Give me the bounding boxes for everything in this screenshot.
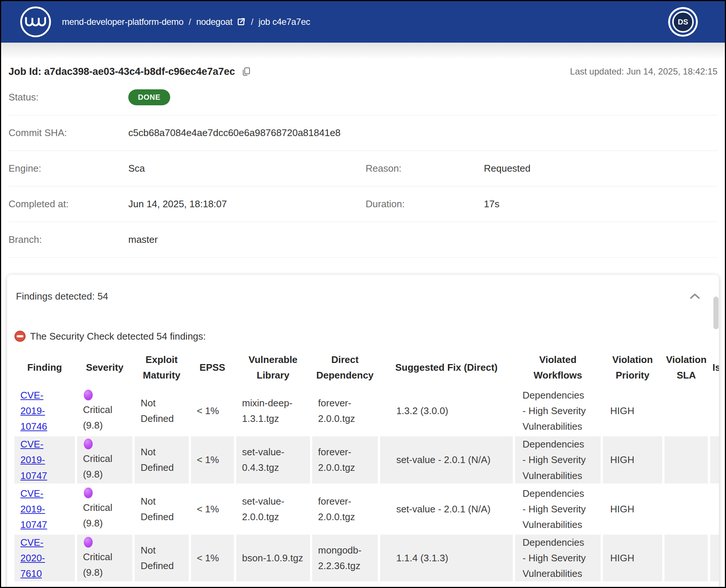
severity-label: Critical (9.8)	[83, 404, 112, 431]
violation-priority-cell: HIGH	[603, 387, 663, 434]
suggested-fix-cell: set-value - 2.0.1 (N/A)	[380, 436, 513, 483]
column-header-severity: Severity	[77, 350, 133, 385]
violation-sla-cell	[664, 436, 708, 483]
finding-link[interactable]: CVE-2020-7610	[20, 535, 49, 581]
column-header-suggested_fix: Suggested Fix (Direct)	[380, 350, 513, 385]
severity-critical-icon	[84, 537, 93, 548]
epss-cell: < 1%	[191, 387, 234, 434]
severity-label: Critical (9.8)	[83, 453, 112, 480]
breadcrumb-separator: /	[189, 17, 191, 27]
completed-duration-row: Completed at: Jun 14, 2025, 18:18:07 Dur…	[9, 186, 717, 222]
breadcrumb-separator: /	[251, 17, 253, 27]
branch-value: master	[128, 234, 366, 245]
severity-cell: Critical (9.8)	[77, 535, 133, 581]
last-updated-text: Last updated: Jun 14, 2025, 18:42:15	[570, 66, 717, 77]
card-vertical-scrollbar-thumb[interactable]	[713, 297, 719, 329]
status-label: Status:	[9, 92, 128, 103]
mend-logo-icon[interactable]	[20, 6, 52, 38]
severity-cell: Critical (9.8)	[77, 486, 133, 532]
violated-workflows-cell: Dependencies - High Severity Vulnerabili…	[515, 436, 600, 483]
completed-at-value: Jun 14, 2025, 18:18:07	[128, 198, 366, 210]
column-header-finding: Finding	[14, 350, 75, 385]
column-header-direct_dependency: Direct Dependency	[312, 350, 378, 385]
violation-priority-cell: HIGH	[603, 535, 663, 581]
table-row: CVE-2019-10747Critical (9.8)Not Defined<…	[14, 436, 719, 483]
severity-critical-icon	[84, 439, 93, 449]
severity-label: Critical (9.8)	[83, 502, 112, 529]
breadcrumb-repo-link[interactable]: nodegoat	[196, 17, 246, 27]
exploit-maturity-cell: Not Defined	[135, 436, 188, 483]
engine-label: Engine:	[9, 163, 128, 174]
finding-cell: CVE-2019-10746	[14, 387, 75, 434]
column-header-violated_workflows: Violated Workflows	[515, 350, 600, 385]
severity-cell: Critical (9.8)	[77, 436, 133, 483]
issue-cell: #	[710, 535, 719, 581]
epss-cell: < 1%	[191, 486, 234, 532]
engine-reason-row: Engine: Sca Reason: Requested	[9, 151, 717, 186]
branch-row: Branch: master	[9, 222, 717, 258]
direct-dependency-cell: forever-2.0.0.tgz	[312, 436, 378, 483]
commit-sha-value: c5cb68a7084e4ae7dcc60e6a98768720a81841e8	[128, 127, 366, 139]
suggested-fix-cell: 1.3.2 (3.0.0)	[380, 387, 513, 434]
commit-sha-label: Commit SHA:	[9, 127, 128, 139]
header-fade	[1, 43, 725, 58]
violation-sla-cell	[664, 387, 708, 434]
vulnerable-library-cell: set-value-2.0.0.tgz	[236, 486, 310, 532]
table-row: CVE-2019-10746Critical (9.8)Not Defined<…	[14, 387, 719, 434]
finding-link[interactable]: CVE-2019-10747	[20, 486, 49, 532]
status-row: Status: DONE	[9, 80, 717, 115]
reason-label: Reason:	[366, 163, 484, 174]
external-link-icon[interactable]	[236, 17, 246, 27]
epss-cell: < 1%	[191, 436, 234, 483]
violation-priority-cell: HIGH	[603, 486, 663, 532]
findings-table-wrap: FindingSeverityExploit MaturityEPSSVulne…	[7, 347, 719, 584]
table-row: CVE-2020-7610Critical (9.8)Not Defined< …	[14, 535, 719, 581]
direct-dependency-cell: forever-2.0.0.tgz	[312, 486, 378, 532]
reason-value: Requested	[484, 163, 717, 174]
column-header-epss: EPSS	[191, 350, 234, 385]
branch-label: Branch:	[9, 234, 128, 245]
duration-value: 17s	[484, 198, 717, 210]
vulnerable-library-cell: set-value-0.4.3.tgz	[236, 436, 310, 483]
completed-at-label: Completed at:	[9, 198, 128, 210]
finding-cell: CVE-2019-10747	[14, 486, 75, 532]
table-row: CVE-2019-10747Critical (9.8)Not Defined<…	[14, 486, 719, 532]
severity-critical-icon	[84, 390, 93, 400]
exploit-maturity-cell: Not Defined	[135, 387, 188, 434]
status-badge: DONE	[128, 89, 170, 105]
epss-cell: < 1%	[191, 535, 234, 581]
severity-cell: Critical (9.8)	[77, 387, 133, 434]
vulnerable-library-cell: mixin-deep-1.3.1.tgz	[236, 387, 310, 434]
commit-sha-row: Commit SHA: c5cb68a7084e4ae7dcc60e6a9876…	[9, 115, 717, 151]
finding-link[interactable]: CVE-2019-10747	[20, 436, 49, 483]
suggested-fix-cell: 1.1.4 (3.1.3)	[380, 535, 513, 581]
findings-card: Findings detected: 54 The Security Check…	[7, 275, 719, 588]
findings-table: FindingSeverityExploit MaturityEPSSVulne…	[12, 347, 719, 584]
column-header-violation_sla: Violation SLA	[664, 350, 708, 385]
chevron-up-icon[interactable]	[689, 293, 700, 300]
issue-cell: #	[710, 387, 719, 434]
findings-header: Findings detected: 54	[16, 291, 108, 302]
issue-cell: #	[710, 436, 719, 483]
engine-value: Sca	[128, 163, 366, 174]
direct-dependency-cell: forever-2.0.0.tgz	[312, 387, 378, 434]
top-navbar: mend-developer-platform-demo / nodegoat …	[1, 1, 725, 43]
direct-dependency-cell: mongodb-2.2.36.tgz	[312, 535, 378, 581]
violation-sla-cell	[664, 486, 708, 532]
violated-workflows-cell: Dependencies - High Severity Vulnerabili…	[515, 486, 600, 532]
violated-workflows-cell: Dependencies - High Severity Vulnerabili…	[515, 535, 600, 581]
copy-icon[interactable]	[241, 66, 251, 77]
severity-label: Critical (9.8)	[83, 551, 112, 578]
issue-cell: #	[710, 486, 719, 532]
breadcrumb: mend-developer-platform-demo / nodegoat …	[62, 17, 310, 27]
job-id-text: Job Id: a7dac398-ae03-43c4-b8df-c96ec4e7…	[9, 66, 235, 77]
violation-sla-cell	[664, 535, 708, 581]
security-check-summary: The Security Check detected 54 findings:	[30, 331, 206, 342]
breadcrumb-project-link[interactable]: mend-developer-platform-demo	[62, 17, 184, 27]
finding-cell: CVE-2020-7610	[14, 535, 75, 581]
breadcrumb-job-label: job c4e7a7ec	[258, 17, 310, 27]
severity-critical-icon	[84, 488, 93, 498]
user-avatar[interactable]: DS	[672, 11, 694, 33]
finding-link[interactable]: CVE-2019-10746	[20, 387, 49, 434]
duration-label: Duration:	[366, 198, 484, 210]
